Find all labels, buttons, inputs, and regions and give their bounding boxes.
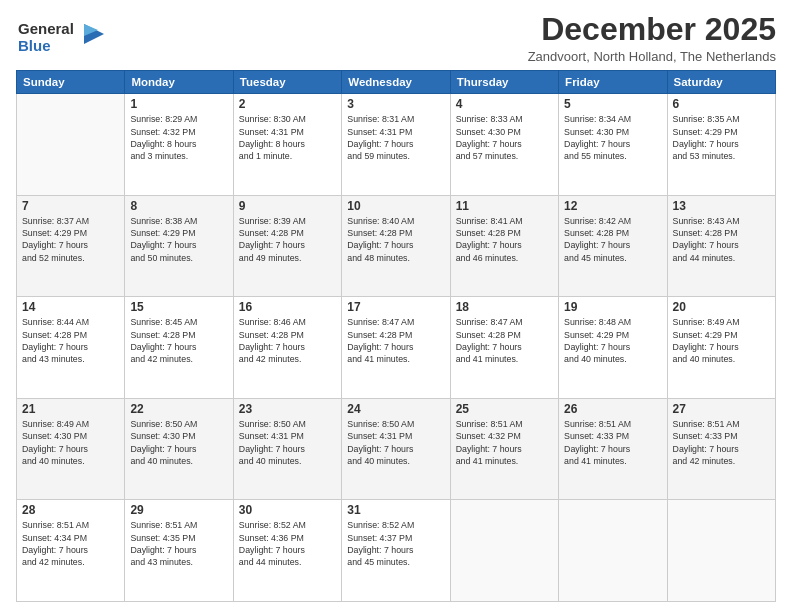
calendar-cell: 21Sunrise: 8:49 AM Sunset: 4:30 PM Dayli… [17,398,125,500]
day-info: Sunrise: 8:45 AM Sunset: 4:28 PM Dayligh… [130,316,227,365]
weekday-header-row: Sunday Monday Tuesday Wednesday Thursday… [17,71,776,94]
day-number: 3 [347,97,444,111]
day-info: Sunrise: 8:50 AM Sunset: 4:31 PM Dayligh… [347,418,444,467]
day-info: Sunrise: 8:44 AM Sunset: 4:28 PM Dayligh… [22,316,119,365]
calendar-cell [17,94,125,196]
day-info: Sunrise: 8:43 AM Sunset: 4:28 PM Dayligh… [673,215,770,264]
day-number: 17 [347,300,444,314]
calendar-cell: 7Sunrise: 8:37 AM Sunset: 4:29 PM Daylig… [17,195,125,297]
title-block: December 2025 Zandvoort, North Holland, … [528,12,776,64]
day-number: 4 [456,97,553,111]
day-number: 15 [130,300,227,314]
day-info: Sunrise: 8:51 AM Sunset: 4:35 PM Dayligh… [130,519,227,568]
header-tuesday: Tuesday [233,71,341,94]
day-info: Sunrise: 8:37 AM Sunset: 4:29 PM Dayligh… [22,215,119,264]
header-monday: Monday [125,71,233,94]
day-number: 8 [130,199,227,213]
calendar-cell: 23Sunrise: 8:50 AM Sunset: 4:31 PM Dayli… [233,398,341,500]
header-sunday: Sunday [17,71,125,94]
day-info: Sunrise: 8:49 AM Sunset: 4:29 PM Dayligh… [673,316,770,365]
calendar-cell [559,500,667,602]
day-info: Sunrise: 8:29 AM Sunset: 4:32 PM Dayligh… [130,113,227,162]
day-number: 7 [22,199,119,213]
calendar-cell: 2Sunrise: 8:30 AM Sunset: 4:31 PM Daylig… [233,94,341,196]
day-number: 5 [564,97,661,111]
calendar-cell: 12Sunrise: 8:42 AM Sunset: 4:28 PM Dayli… [559,195,667,297]
calendar-cell: 15Sunrise: 8:45 AM Sunset: 4:28 PM Dayli… [125,297,233,399]
calendar-cell: 31Sunrise: 8:52 AM Sunset: 4:37 PM Dayli… [342,500,450,602]
day-number: 24 [347,402,444,416]
day-number: 21 [22,402,119,416]
day-info: Sunrise: 8:38 AM Sunset: 4:29 PM Dayligh… [130,215,227,264]
header-wednesday: Wednesday [342,71,450,94]
day-info: Sunrise: 8:39 AM Sunset: 4:28 PM Dayligh… [239,215,336,264]
calendar-cell: 20Sunrise: 8:49 AM Sunset: 4:29 PM Dayli… [667,297,775,399]
day-number: 26 [564,402,661,416]
day-number: 31 [347,503,444,517]
day-info: Sunrise: 8:41 AM Sunset: 4:28 PM Dayligh… [456,215,553,264]
day-info: Sunrise: 8:51 AM Sunset: 4:34 PM Dayligh… [22,519,119,568]
day-number: 1 [130,97,227,111]
day-info: Sunrise: 8:42 AM Sunset: 4:28 PM Dayligh… [564,215,661,264]
day-number: 28 [22,503,119,517]
calendar-cell: 5Sunrise: 8:34 AM Sunset: 4:30 PM Daylig… [559,94,667,196]
calendar-cell: 13Sunrise: 8:43 AM Sunset: 4:28 PM Dayli… [667,195,775,297]
calendar-cell: 18Sunrise: 8:47 AM Sunset: 4:28 PM Dayli… [450,297,558,399]
header: General Blue December 2025 Zandvoort, No… [16,12,776,64]
day-number: 18 [456,300,553,314]
calendar-cell: 1Sunrise: 8:29 AM Sunset: 4:32 PM Daylig… [125,94,233,196]
calendar-cell: 27Sunrise: 8:51 AM Sunset: 4:33 PM Dayli… [667,398,775,500]
day-number: 22 [130,402,227,416]
logo: General Blue [16,16,106,62]
header-saturday: Saturday [667,71,775,94]
page: General Blue December 2025 Zandvoort, No… [0,0,792,612]
day-info: Sunrise: 8:31 AM Sunset: 4:31 PM Dayligh… [347,113,444,162]
day-info: Sunrise: 8:52 AM Sunset: 4:37 PM Dayligh… [347,519,444,568]
calendar-cell: 14Sunrise: 8:44 AM Sunset: 4:28 PM Dayli… [17,297,125,399]
day-number: 20 [673,300,770,314]
calendar-cell [450,500,558,602]
day-info: Sunrise: 8:47 AM Sunset: 4:28 PM Dayligh… [347,316,444,365]
day-info: Sunrise: 8:51 AM Sunset: 4:33 PM Dayligh… [564,418,661,467]
day-info: Sunrise: 8:46 AM Sunset: 4:28 PM Dayligh… [239,316,336,365]
calendar-cell: 22Sunrise: 8:50 AM Sunset: 4:30 PM Dayli… [125,398,233,500]
day-info: Sunrise: 8:48 AM Sunset: 4:29 PM Dayligh… [564,316,661,365]
calendar-cell: 24Sunrise: 8:50 AM Sunset: 4:31 PM Dayli… [342,398,450,500]
logo-text: General Blue [16,16,106,62]
day-info: Sunrise: 8:33 AM Sunset: 4:30 PM Dayligh… [456,113,553,162]
calendar-cell: 25Sunrise: 8:51 AM Sunset: 4:32 PM Dayli… [450,398,558,500]
calendar-cell: 16Sunrise: 8:46 AM Sunset: 4:28 PM Dayli… [233,297,341,399]
day-number: 23 [239,402,336,416]
day-info: Sunrise: 8:30 AM Sunset: 4:31 PM Dayligh… [239,113,336,162]
calendar-cell: 26Sunrise: 8:51 AM Sunset: 4:33 PM Dayli… [559,398,667,500]
day-info: Sunrise: 8:50 AM Sunset: 4:30 PM Dayligh… [130,418,227,467]
calendar-cell: 19Sunrise: 8:48 AM Sunset: 4:29 PM Dayli… [559,297,667,399]
calendar-cell: 4Sunrise: 8:33 AM Sunset: 4:30 PM Daylig… [450,94,558,196]
svg-text:General: General [18,20,74,37]
header-thursday: Thursday [450,71,558,94]
day-number: 14 [22,300,119,314]
day-number: 2 [239,97,336,111]
month-title: December 2025 [528,12,776,47]
day-number: 10 [347,199,444,213]
svg-text:Blue: Blue [18,37,51,54]
day-info: Sunrise: 8:52 AM Sunset: 4:36 PM Dayligh… [239,519,336,568]
day-number: 13 [673,199,770,213]
day-number: 16 [239,300,336,314]
day-number: 27 [673,402,770,416]
calendar-cell [667,500,775,602]
calendar-cell: 6Sunrise: 8:35 AM Sunset: 4:29 PM Daylig… [667,94,775,196]
calendar-cell: 29Sunrise: 8:51 AM Sunset: 4:35 PM Dayli… [125,500,233,602]
day-info: Sunrise: 8:51 AM Sunset: 4:33 PM Dayligh… [673,418,770,467]
day-info: Sunrise: 8:47 AM Sunset: 4:28 PM Dayligh… [456,316,553,365]
calendar-cell: 17Sunrise: 8:47 AM Sunset: 4:28 PM Dayli… [342,297,450,399]
calendar-cell: 28Sunrise: 8:51 AM Sunset: 4:34 PM Dayli… [17,500,125,602]
day-info: Sunrise: 8:40 AM Sunset: 4:28 PM Dayligh… [347,215,444,264]
day-number: 6 [673,97,770,111]
day-number: 29 [130,503,227,517]
calendar-cell: 9Sunrise: 8:39 AM Sunset: 4:28 PM Daylig… [233,195,341,297]
day-number: 12 [564,199,661,213]
day-number: 11 [456,199,553,213]
day-info: Sunrise: 8:49 AM Sunset: 4:30 PM Dayligh… [22,418,119,467]
day-info: Sunrise: 8:50 AM Sunset: 4:31 PM Dayligh… [239,418,336,467]
